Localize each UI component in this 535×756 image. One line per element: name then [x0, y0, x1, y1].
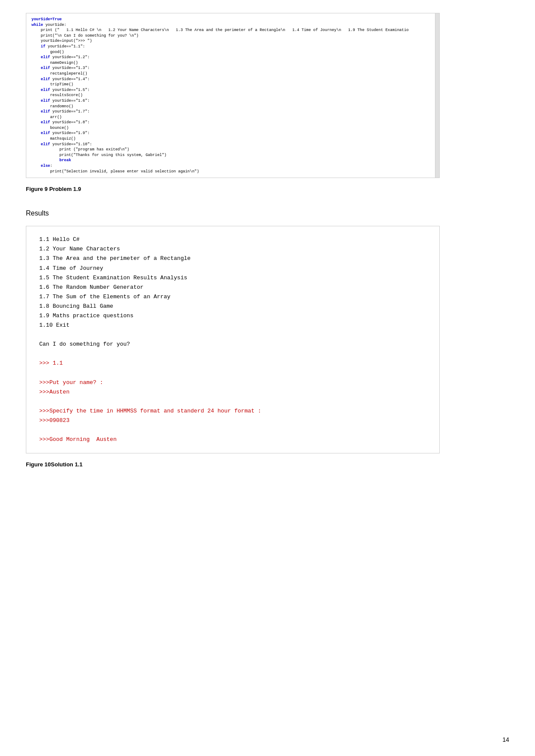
can-i-prompt: Can I do something for you?	[39, 340, 426, 349]
figure10-label: Figure 10Solution 1.1	[26, 461, 509, 468]
figure9-label: Figure 9 Problem 1.9	[26, 186, 509, 192]
menu-item-5: 1.5 The Student Examination Results Anal…	[39, 273, 426, 283]
page-number: 14	[502, 736, 509, 743]
name-input: >>>Austen	[39, 387, 426, 397]
menu-item-7: 1.7 The Sum of the Elements of an Array	[39, 292, 426, 302]
greeting-output: >>>Good Morning Austen	[39, 435, 426, 444]
menu-item-8: 1.8 Bouncing Ball Game	[39, 302, 426, 311]
figure9-code-box: yourSide=True while yourSide: print (" 1…	[26, 13, 440, 178]
scrollbar[interactable]	[435, 13, 439, 178]
menu-item-2: 1.2 Your Name Characters	[39, 244, 426, 254]
put-name-prompt: >>>Put your name? :	[39, 378, 426, 387]
menu-item-6: 1.6 The Random Number Generator	[39, 283, 426, 292]
menu-item-9: 1.9 Maths practice questions	[39, 311, 426, 321]
time-prompt: >>>Specify the time in HHMMSS format and…	[39, 406, 426, 416]
results-heading: Results	[26, 209, 509, 217]
input-1: >>> 1.1	[39, 359, 426, 368]
figure10-results-box: 1.1 Hello C# 1.2 Your Name Characters 1.…	[26, 226, 440, 453]
menu-item-4: 1.4 Time of Journey	[39, 264, 426, 273]
time-input: >>>090823	[39, 416, 426, 425]
menu-item-3: 1.3 The Area and the perimeter of a Rect…	[39, 254, 426, 263]
menu-item-10: 1.10 Exit	[39, 321, 426, 330]
menu-item-1: 1.1 Hello C#	[39, 235, 426, 244]
